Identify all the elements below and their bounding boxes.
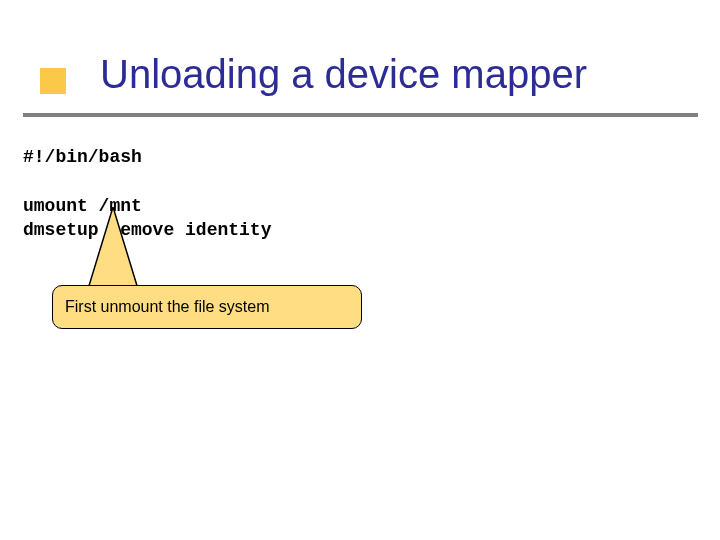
title-underline bbox=[23, 113, 698, 117]
code-line-dmsetup: dmsetup remove identity bbox=[23, 220, 271, 240]
callout-box: First unmount the file system bbox=[52, 285, 362, 329]
code-line-shebang: #!/bin/bash bbox=[23, 147, 142, 167]
code-block: #!/bin/bash umount /mnt dmsetup remove i… bbox=[23, 145, 271, 242]
callout-text: First unmount the file system bbox=[65, 298, 270, 316]
title-bullet-icon bbox=[40, 68, 66, 94]
slide-title: Unloading a device mapper bbox=[100, 52, 587, 97]
slide: Unloading a device mapper #!/bin/bash um… bbox=[0, 0, 720, 540]
code-line-umount: umount /mnt bbox=[23, 196, 142, 216]
